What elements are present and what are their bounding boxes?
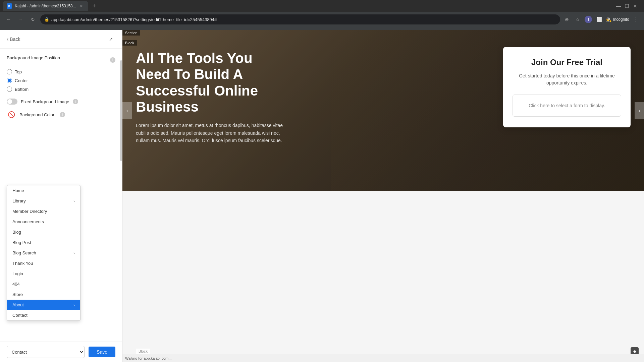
extension-icon[interactable]: ⬜ (595, 15, 603, 23)
dropdown-item-store[interactable]: Store (7, 289, 80, 300)
dropdown-item-home[interactable]: Home (7, 185, 80, 196)
radio-bottom[interactable]: Bottom (7, 86, 115, 92)
fixed-bg-row: Fixed Background Image i (7, 99, 115, 105)
external-link-button[interactable]: ➚ (107, 35, 115, 44)
main-layout: ‹ Back ➚ Background Image Position i Top… (0, 30, 644, 362)
new-tab-button[interactable]: + (90, 1, 99, 11)
fixed-bg-info-icon[interactable]: i (73, 99, 78, 104)
block-edit-label[interactable]: Block (122, 40, 137, 46)
content-section: Block (122, 191, 644, 354)
cta-card: Join Our Free Trial Get started today be… (503, 47, 631, 127)
fixed-bg-label: Fixed Background Image (21, 99, 69, 104)
menu-button[interactable]: ⋮ (632, 15, 640, 23)
address-bar-row: ← → ↻ 🔒 app.kajabi.com/admin/themes/2153… (0, 12, 644, 27)
forward-nav-button[interactable]: → (16, 15, 25, 24)
no-color-icon[interactable]: 🚫 (7, 110, 16, 119)
dropdown-item-login[interactable]: Login (7, 268, 80, 279)
preview-area: Section Block All The Tools You Need To … (122, 30, 644, 362)
right-content: Section Block All The Tools You Need To … (122, 30, 644, 362)
cta-form-placeholder[interactable]: Click here to select a form to display. (513, 95, 621, 117)
hero-content: All The Tools You Need To Build A Succes… (122, 30, 297, 164)
address-bar[interactable]: 🔒 app.kajabi.com/admin/themes/2153158267… (40, 14, 560, 24)
tab-close-button[interactable]: ✕ (79, 3, 84, 9)
radio-top-label: Top (15, 69, 22, 74)
dropdown-item-blog[interactable]: Blog (7, 227, 80, 237)
scrollbar-thumb[interactable] (120, 60, 122, 161)
section-title: Background Image Position (7, 55, 60, 60)
bg-color-info-icon[interactable]: i (60, 112, 65, 117)
radio-bottom-input[interactable] (7, 86, 12, 92)
dropdown-item-blog-post[interactable]: Blog Post (7, 237, 80, 248)
back-arrow-icon: ‹ (7, 36, 8, 42)
fixed-bg-toggle[interactable] (7, 99, 17, 105)
panel-header: ‹ Back ➚ (0, 30, 122, 49)
hero-section: Section Block All The Tools You Need To … (122, 30, 644, 191)
left-panel: ‹ Back ➚ Background Image Position i Top… (0, 30, 122, 362)
section-edit-label[interactable]: Section (122, 30, 140, 36)
radio-center[interactable]: Center (7, 78, 115, 83)
tab-label: Kajabi - /admin/themes/2153158... (15, 4, 76, 8)
url-text: app.kajabi.com/admin/themes/2153158267/s… (51, 17, 217, 22)
hero-title: All The Tools You Need To Build A Succes… (136, 50, 283, 115)
info-icon[interactable]: i (110, 57, 115, 63)
tab-bar: K Kajabi - /admin/themes/2153158... ✕ + … (0, 0, 644, 12)
hero-text: Lorem ipsum dolor sit amet, metus at rho… (136, 122, 283, 144)
dropdown-item-about[interactable]: About › (7, 300, 80, 310)
dropdown-item-library[interactable]: Library › (7, 196, 80, 206)
profile-icon[interactable]: I (584, 15, 592, 23)
dropdown-item-thank-you[interactable]: Thank You (7, 258, 80, 268)
bookmark-icon[interactable]: ☆ (574, 15, 582, 23)
tab-favicon: K (7, 3, 12, 9)
radio-bottom-label: Bottom (15, 87, 29, 92)
next-arrow-button[interactable]: › (635, 102, 644, 119)
dropdown-item-member-directory[interactable]: Member Directory (7, 206, 80, 217)
browser-chrome: K Kajabi - /admin/themes/2153158... ✕ + … (0, 0, 644, 30)
radio-center-input[interactable] (7, 78, 12, 83)
reload-button[interactable]: ↻ (28, 15, 38, 24)
block-bottom-label: Block (136, 349, 150, 354)
dropdown-item-announcements[interactable]: Announcements (7, 217, 80, 227)
dropdown-item-404[interactable]: 404 (7, 279, 80, 289)
page-select[interactable]: Contact About Home (7, 346, 85, 358)
prev-arrow-button[interactable]: ‹ (122, 102, 132, 119)
chevron-right-icon: › (73, 251, 75, 255)
panel-footer: Contact About Home Save (0, 342, 122, 362)
save-button[interactable]: Save (89, 347, 115, 357)
chevron-right-icon: › (73, 303, 75, 307)
page-dropdown-menu: Home Library › Member Directory Announce… (7, 185, 80, 321)
back-label: Back (10, 37, 20, 42)
restore-button[interactable]: ❐ (625, 3, 629, 9)
status-text: Waiting for app.kajabi.com... (125, 356, 171, 360)
dropdown-item-blog-search[interactable]: Blog Search › (7, 248, 80, 258)
bg-color-label: Background Color (19, 112, 54, 117)
cast-icon[interactable]: ⊕ (563, 15, 571, 23)
chevron-right-icon: › (73, 199, 75, 203)
radio-center-label: Center (15, 78, 28, 83)
status-bar: Waiting for app.kajabi.com... (122, 354, 644, 362)
radio-top[interactable]: Top (7, 69, 115, 74)
bg-color-row: 🚫 Background Color i (7, 110, 115, 119)
back-button[interactable]: ‹ Back (7, 36, 20, 42)
browser-actions: ⊕ ☆ I ⬜ 🕵 Incognito ⋮ (563, 15, 640, 23)
incognito-indicator: 🕵 Incognito (606, 17, 629, 22)
cta-description: Get started today before this once in a … (513, 72, 621, 86)
back-nav-button[interactable]: ← (4, 15, 13, 24)
browser-tab[interactable]: K Kajabi - /admin/themes/2153158... ✕ (3, 1, 88, 11)
dropdown-item-contact[interactable]: Contact (7, 310, 80, 320)
radio-top-input[interactable] (7, 69, 12, 74)
minimize-button[interactable]: — (616, 3, 621, 9)
close-button[interactable]: ✕ (633, 3, 637, 9)
radio-group-position: Top Center Bottom (7, 69, 115, 92)
cta-title: Join Our Free Trial (513, 58, 621, 67)
